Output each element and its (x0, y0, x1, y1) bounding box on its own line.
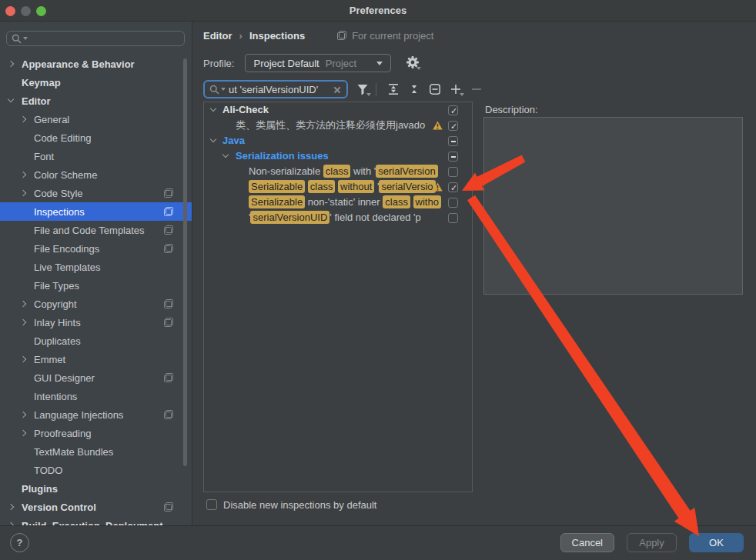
copy-icon (164, 410, 173, 419)
sidebar-item-live-templates[interactable]: Live Templates (0, 258, 192, 276)
sidebar-item-plugins[interactable]: Plugins (0, 479, 192, 498)
sidebar-item-code-style[interactable]: Code Style (0, 184, 192, 202)
sidebar-item-label: Font (34, 151, 54, 162)
filter-button[interactable] (356, 82, 370, 97)
sidebar-item-build-execution-deployment[interactable]: Build, Execution, Deployment (0, 516, 192, 525)
sidebar-item-label: Color Scheme (34, 169, 97, 181)
sidebar-item-todo[interactable]: TODO (0, 461, 192, 479)
sidebar-item-keymap[interactable]: Keymap (0, 73, 192, 92)
search-icon (12, 34, 22, 44)
sidebar-item-code-editing[interactable]: Code Editing (0, 128, 192, 147)
disable-new-inspections-option[interactable]: Disable new inspections by default (206, 498, 376, 511)
inspection-checkbox-checked[interactable] (448, 121, 458, 131)
sidebar-item-file-types[interactable]: File Types (0, 276, 192, 295)
chevron-right-icon[interactable] (18, 170, 28, 179)
sidebar-item-color-scheme[interactable]: Color Scheme (0, 165, 192, 184)
inspection-checkbox-mixed[interactable] (448, 152, 458, 162)
apply-button[interactable]: Apply (627, 533, 677, 552)
chevron-down-icon[interactable] (209, 136, 218, 145)
inspection-checkbox-unchecked[interactable] (448, 167, 458, 177)
sidebar-item-label: Inlay Hints (34, 317, 81, 328)
inspection-checkbox-checked[interactable] (448, 105, 458, 115)
sidebar-scrollbar[interactable] (183, 58, 187, 466)
inspection-checkbox-checked[interactable] (448, 182, 458, 192)
chevron-right-icon[interactable] (18, 355, 28, 364)
sidebar-item-label: File and Code Templates (34, 225, 145, 236)
ok-button[interactable]: OK (689, 533, 744, 552)
inspection-checkbox-mixed[interactable] (448, 136, 458, 146)
inspection-row[interactable]: Serializable class without 'serialVersio (204, 179, 472, 195)
chevron-down-icon[interactable] (6, 96, 15, 105)
sidebar-item-intentions[interactable]: Intentions (0, 387, 192, 405)
inspection-checkbox-unchecked[interactable] (448, 198, 458, 208)
sidebar-item-font[interactable]: Font (0, 147, 192, 165)
search-match-highlight: serialVersionUID (250, 211, 329, 224)
inspection-row[interactable]: Java (204, 133, 472, 148)
sidebar-item-label: Inspections (34, 206, 85, 218)
sidebar-item-label: Copyright (34, 298, 77, 310)
disable-new-inspections-checkbox[interactable] (206, 499, 217, 510)
inspection-row[interactable]: Non-serializable class with 'serialVersi… (204, 164, 472, 179)
sidebar-item-emmet[interactable]: Emmet (0, 350, 192, 368)
sidebar-item-file-and-code-templates[interactable]: File and Code Templates (0, 221, 192, 239)
expand-all-button[interactable] (386, 82, 400, 97)
chevron-down-icon[interactable] (209, 105, 218, 115)
chevron-right-icon[interactable] (18, 318, 28, 327)
clear-search-icon[interactable] (333, 85, 342, 94)
sidebar-item-file-encodings[interactable]: File Encodings (0, 239, 192, 258)
profile-gear-button[interactable] (404, 55, 421, 71)
chevron-right-icon[interactable] (6, 59, 15, 68)
sidebar-item-general[interactable]: General (0, 110, 192, 128)
sidebar-item-label: Language Injections (34, 409, 123, 421)
sidebar-item-version-control[interactable]: Version Control (0, 498, 192, 516)
sidebar-item-label: TextMate Bundles (34, 446, 113, 458)
sidebar-item-gui-designer[interactable]: GUI Designer (0, 368, 192, 387)
sidebar-search-box[interactable] (6, 31, 185, 46)
inspections-toolbar (203, 80, 483, 98)
inspection-checkbox-unchecked[interactable] (448, 213, 458, 223)
chevron-right-icon[interactable] (18, 115, 28, 124)
chevron-right-icon[interactable] (18, 410, 28, 419)
sidebar-item-language-injections[interactable]: Language Injections (0, 405, 192, 424)
search-match-highlight: class (308, 180, 336, 193)
warning-icon (433, 182, 443, 192)
sidebar-item-appearance-behavior[interactable]: Appearance & Behavior (0, 55, 192, 73)
profile-dropdown[interactable]: Project Default Project (245, 54, 391, 72)
chevron-right-icon[interactable] (18, 428, 28, 438)
chevron-right-icon[interactable] (18, 188, 28, 198)
chevron-placeholder (18, 447, 28, 456)
sidebar-item-duplicates[interactable]: Duplicates (0, 332, 192, 350)
inspection-row[interactable]: 'serialVersionUID' field not declared 'p (204, 210, 472, 225)
sidebar-item-copyright[interactable]: Copyright (0, 295, 192, 313)
copy-icon (164, 225, 173, 235)
breadcrumb-editor[interactable]: Editor (203, 30, 232, 42)
chevron-right-icon[interactable] (18, 299, 28, 308)
sidebar-item-inlay-hints[interactable]: Inlay Hints (0, 313, 192, 332)
add-inspection-button[interactable] (449, 82, 463, 97)
inspection-row[interactable]: Serialization issues (204, 148, 472, 164)
chevron-placeholder (18, 262, 28, 272)
sidebar-item-textmate-bundles[interactable]: TextMate Bundles (0, 442, 192, 461)
sidebar-item-editor[interactable]: Editor (0, 92, 192, 110)
chevron-placeholder (18, 225, 28, 235)
inspection-row[interactable]: Ali-Check (204, 102, 472, 118)
copy-icon (164, 188, 173, 198)
remove-inspection-button[interactable] (470, 82, 483, 97)
sidebar-search-input[interactable] (28, 33, 179, 45)
help-button[interactable]: ? (10, 533, 29, 552)
chevron-down-icon[interactable] (221, 152, 230, 161)
chevron-right-icon[interactable] (6, 502, 15, 512)
chevron-placeholder (18, 133, 28, 142)
inspection-row[interactable]: Serializable non-'static' inner class wi… (204, 195, 472, 210)
collapse-all-button[interactable] (407, 82, 421, 97)
chevron-placeholder (6, 78, 15, 87)
inspection-search-input[interactable] (229, 84, 333, 95)
sidebar-item-label: File Types (34, 280, 79, 292)
profile-hint: Project (326, 58, 356, 69)
cancel-button[interactable]: Cancel (560, 533, 614, 552)
reset-inspection-button[interactable] (428, 82, 442, 97)
inspection-search-field[interactable] (203, 80, 348, 98)
sidebar-item-proofreading[interactable]: Proofreading (0, 424, 192, 442)
inspection-row[interactable]: 类、类属性、类方法的注释必须使用javado (204, 118, 472, 133)
sidebar-item-inspections[interactable]: Inspections (0, 202, 192, 221)
